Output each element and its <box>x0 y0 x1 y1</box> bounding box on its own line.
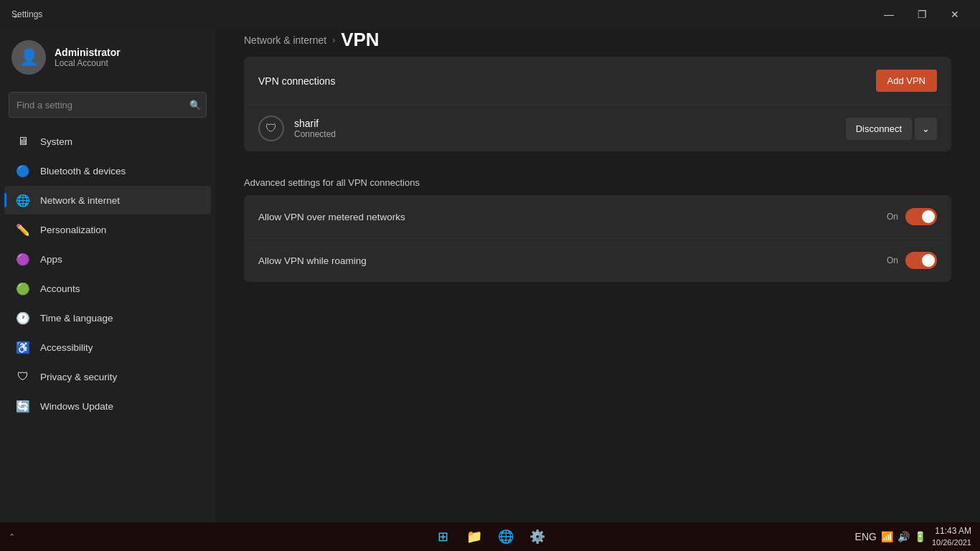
sidebar: 👤 Administrator Local Account 🔍 🖥 System… <box>0 0 215 522</box>
setting-label-roaming: Allow VPN while roaming <box>258 255 367 266</box>
taskbar-files-icon[interactable]: 📁 <box>460 524 489 550</box>
time-text: 11:43 AM <box>932 525 971 537</box>
vpn-shield-icon: 🛡 <box>258 116 284 141</box>
search-input[interactable] <box>9 92 207 118</box>
titlebar-controls: — ❐ ✕ <box>872 3 971 26</box>
disconnect-button[interactable]: Disconnect <box>846 118 912 140</box>
sidebar-item-windows-update[interactable]: 🔄 Windows Update <box>4 392 211 420</box>
toggle-roaming[interactable] <box>905 252 937 269</box>
privacy-icon: 🛡 <box>16 369 30 384</box>
taskbar-chrome-icon[interactable]: 🌐 <box>491 524 520 550</box>
chevron-up-icon[interactable]: ⌃ <box>9 532 15 542</box>
avatar: 👤 <box>11 40 46 75</box>
add-vpn-button[interactable]: Add VPN <box>876 70 937 92</box>
user-type: Local Account <box>55 58 121 68</box>
sidebar-item-label: Apps <box>40 254 62 265</box>
close-button[interactable]: ✕ <box>938 3 971 26</box>
system-icon: 🖥 <box>16 134 30 149</box>
apps-icon: 🟣 <box>16 252 30 266</box>
sidebar-nav: 🖥 System 🔵 Bluetooth & devices 🌐 Network… <box>0 126 215 421</box>
time-icon: 🕐 <box>16 311 30 325</box>
avatar-icon: 👤 <box>19 48 39 67</box>
vpn-actions: Disconnect ⌄ <box>846 118 937 140</box>
titlebar-title: Settings <box>9 9 872 19</box>
sidebar-item-label: Windows Update <box>40 401 113 412</box>
accessibility-icon: ♿ <box>16 340 30 354</box>
vpn-name: sharif <box>294 118 836 129</box>
toggle-label-roaming: On <box>887 255 898 265</box>
section-header: VPN connections Add VPN <box>244 57 951 105</box>
vpn-info: sharif Connected <box>294 118 836 139</box>
windows-update-icon: 🔄 <box>16 399 30 413</box>
sidebar-item-accessibility[interactable]: ♿ Accessibility <box>4 333 211 362</box>
sidebar-item-network[interactable]: 🌐 Network & internet <box>4 186 211 215</box>
battery-icon[interactable]: 🔋 <box>914 531 926 542</box>
search-box: 🔍 <box>9 92 207 118</box>
sidebar-item-personalization[interactable]: ✏️ Personalization <box>4 215 211 244</box>
folder-icon: 📁 <box>466 529 482 545</box>
windows-icon: ⊞ <box>438 529 448 545</box>
taskbar-left: ⌃ <box>9 532 15 542</box>
gear-icon: ⚙️ <box>529 529 545 545</box>
network-icon: 🌐 <box>16 193 30 207</box>
breadcrumb-current: VPN <box>341 29 379 51</box>
volume-icon[interactable]: 🔊 <box>897 531 910 542</box>
user-info: Administrator Local Account <box>55 47 121 68</box>
toggle-metered[interactable] <box>905 208 937 225</box>
toggle-wrap-roaming: On <box>887 252 937 269</box>
back-button[interactable]: ← <box>6 7 29 26</box>
expand-button[interactable]: ⌄ <box>915 118 937 140</box>
sidebar-item-apps[interactable]: 🟣 Apps <box>4 245 211 273</box>
setting-row-metered: Allow VPN over metered networks On <box>244 195 951 239</box>
personalization-icon: ✏️ <box>16 222 30 237</box>
start-button[interactable]: ⊞ <box>428 524 457 550</box>
accounts-icon: 🟢 <box>16 281 30 296</box>
setting-label-metered: Allow VPN over metered networks <box>258 212 405 222</box>
sidebar-item-accounts[interactable]: 🟢 Accounts <box>4 274 211 303</box>
section-title: VPN connections <box>258 75 335 87</box>
maximize-button[interactable]: ❐ <box>905 3 938 26</box>
main-content: Network & internet › VPN VPN connections… <box>215 0 980 522</box>
sidebar-item-label: System <box>40 136 72 147</box>
advanced-title: Advanced settings for all VPN connection… <box>244 166 951 195</box>
wifi-icon[interactable]: 📶 <box>881 531 893 542</box>
toggle-label-metered: On <box>887 212 898 222</box>
sidebar-item-label: Accessibility <box>40 342 93 353</box>
user-name: Administrator <box>55 47 121 58</box>
bluetooth-icon: 🔵 <box>16 164 30 178</box>
date-text: 10/26/2021 <box>932 537 971 548</box>
search-icon: 🔍 <box>189 100 201 110</box>
toggle-wrap-metered: On <box>887 208 937 225</box>
sidebar-item-privacy[interactable]: 🛡 Privacy & security <box>4 362 211 391</box>
setting-row-roaming: Allow VPN while roaming On <box>244 239 951 282</box>
advanced-section: Advanced settings for all VPN connection… <box>244 166 951 282</box>
taskbar-right: ENG 📶 🔊 🔋 11:43 AM 10/26/2021 <box>855 525 971 548</box>
sidebar-item-label: Bluetooth & devices <box>40 166 126 176</box>
breadcrumb-parent[interactable]: Network & internet <box>244 34 326 46</box>
vpn-item: 🛡 sharif Connected Disconnect ⌄ <box>244 105 951 151</box>
minimize-button[interactable]: — <box>872 3 905 26</box>
sidebar-item-label: Personalization <box>40 225 106 235</box>
vpn-connections-section: VPN connections Add VPN 🛡 sharif Connect… <box>244 57 951 151</box>
sidebar-item-label: Accounts <box>40 283 80 294</box>
taskbar-settings-icon[interactable]: ⚙️ <box>523 524 552 550</box>
chrome-icon: 🌐 <box>498 529 514 545</box>
user-profile[interactable]: 👤 Administrator Local Account <box>0 29 215 92</box>
sidebar-item-system[interactable]: 🖥 System <box>4 127 211 156</box>
taskbar-center: ⊞ 📁 🌐 ⚙️ <box>428 524 552 550</box>
titlebar: ← Settings — ❐ ✕ <box>0 0 980 29</box>
breadcrumb-chevron: › <box>332 35 335 45</box>
sidebar-item-label: Network & internet <box>40 195 120 206</box>
sidebar-item-label: Privacy & security <box>40 372 117 382</box>
sidebar-item-label: Time & language <box>40 313 113 324</box>
sidebar-item-time[interactable]: 🕐 Time & language <box>4 303 211 332</box>
time-block[interactable]: 11:43 AM 10/26/2021 <box>932 525 971 548</box>
sys-icons: ENG 📶 🔊 🔋 <box>855 531 926 542</box>
advanced-settings-panel: Allow VPN over metered networks On Allow… <box>244 195 951 282</box>
taskbar: ⌃ ⊞ 📁 🌐 ⚙️ ENG 📶 🔊 🔋 11:43 AM 10/26/2021 <box>0 522 980 551</box>
sidebar-item-bluetooth[interactable]: 🔵 Bluetooth & devices <box>4 156 211 185</box>
lang-icon[interactable]: ENG <box>855 531 877 542</box>
vpn-status: Connected <box>294 129 836 139</box>
breadcrumb: Network & internet › VPN <box>244 29 951 51</box>
app-window: 👤 Administrator Local Account 🔍 🖥 System… <box>0 0 980 522</box>
